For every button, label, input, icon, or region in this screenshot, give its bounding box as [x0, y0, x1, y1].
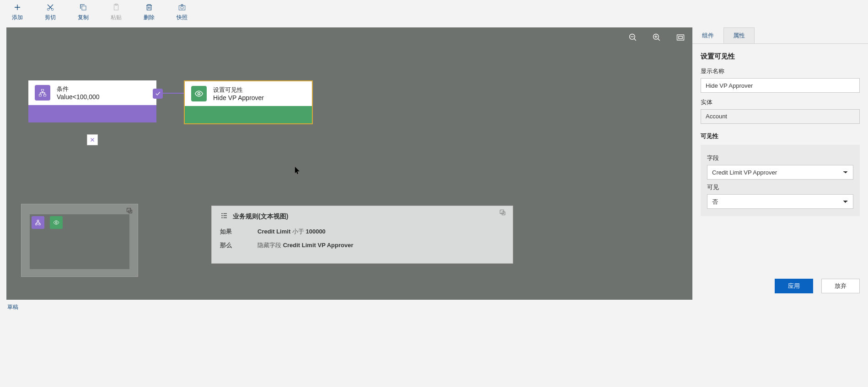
- snapshot-label: 快照: [177, 14, 188, 21]
- if-label: 如果: [220, 228, 257, 236]
- minimap-condition-icon: [32, 216, 44, 229]
- apply-button[interactable]: 应用: [775, 279, 813, 293]
- text-view-title: 业务规则(文本视图): [233, 212, 288, 221]
- entity-label: 实体: [701, 98, 860, 106]
- status-draft: 草稿: [7, 304, 18, 310]
- svg-rect-9: [677, 35, 684, 40]
- visible-label: 可见: [707, 183, 853, 191]
- visibility-icon: [191, 86, 207, 101]
- visibility-section-label: 可见性: [701, 132, 860, 140]
- camera-icon: [177, 3, 187, 12]
- minimap-viewport[interactable]: [30, 214, 129, 269]
- list-icon: [220, 212, 228, 221]
- svg-point-19: [55, 222, 57, 223]
- then-label: 那么: [220, 241, 257, 249]
- design-canvas[interactable]: 条件 Value<100,000 设置可见性 Hide VP Approver: [6, 27, 692, 300]
- zoom-out-button[interactable]: [627, 32, 638, 43]
- panel-actions: 应用 放弃: [692, 279, 868, 300]
- discard-button[interactable]: 放弃: [821, 279, 860, 293]
- snapshot-button[interactable]: 快照: [173, 3, 191, 25]
- svg-rect-2: [82, 6, 86, 10]
- copy-button[interactable]: 复制: [74, 3, 92, 25]
- delete-label: 删除: [144, 14, 155, 21]
- condition-node[interactable]: 条件 Value<100,000: [28, 80, 156, 122]
- text-view-popout-button[interactable]: [499, 209, 507, 217]
- tab-components[interactable]: 组件: [692, 27, 723, 43]
- condition-dropzone[interactable]: [28, 105, 156, 122]
- cursor-icon: [295, 166, 301, 176]
- zoom-in-button[interactable]: [651, 32, 662, 43]
- delete-button[interactable]: 删除: [140, 3, 158, 25]
- section-title: 设置可见性: [701, 52, 860, 61]
- entity-field: Account: [701, 109, 860, 124]
- add-label: 添加: [12, 14, 23, 21]
- svg-point-14: [198, 93, 200, 95]
- add-button[interactable]: 添加: [8, 3, 27, 25]
- connector-line: [162, 93, 184, 94]
- svg-rect-10: [679, 37, 682, 39]
- field-select[interactable]: Credit Limit VP Approver: [707, 165, 853, 180]
- visibility-group: 字段 Credit Limit VP Approver 可见 否: [701, 145, 860, 216]
- visible-select[interactable]: 否: [707, 194, 853, 209]
- cut-label: 剪切: [45, 14, 56, 21]
- svg-rect-13: [44, 94, 46, 96]
- svg-rect-11: [42, 90, 44, 91]
- properties-form: 设置可见性 显示名称 实体 Account 可见性 字段 Credit Limi…: [692, 44, 868, 216]
- branch-icon: [35, 85, 50, 101]
- minimap-connector: [44, 222, 50, 223]
- canvas-controls: [627, 32, 686, 43]
- display-name-label: 显示名称: [701, 67, 860, 75]
- paste-label: 粘贴: [111, 14, 122, 21]
- panel-tabs: 组件 属性: [692, 27, 868, 44]
- condition-expression: Value<100,000: [57, 93, 100, 101]
- action-subtitle: Hide VP Approver: [213, 94, 264, 101]
- svg-point-6: [181, 6, 183, 9]
- copy-icon: [79, 3, 88, 12]
- minimap-action-icon: [50, 216, 63, 229]
- action-dropzone[interactable]: [185, 106, 312, 123]
- field-label: 字段: [707, 154, 853, 162]
- then-value: 隐藏字段 Credit Limit VP Approver: [257, 241, 354, 249]
- paste-icon: [112, 3, 121, 12]
- copy-label: 复制: [78, 14, 89, 21]
- paste-button[interactable]: 粘贴: [107, 3, 125, 25]
- plus-icon: [13, 3, 22, 12]
- display-name-input[interactable]: [701, 78, 860, 93]
- trash-icon: [145, 3, 154, 12]
- condition-true-port[interactable]: [153, 89, 163, 99]
- svg-rect-18: [39, 223, 41, 225]
- scissors-icon: [46, 3, 55, 12]
- svg-rect-17: [36, 223, 38, 225]
- properties-panel: 组件 属性 设置可见性 显示名称 实体 Account 可见性 字段 Credi…: [692, 27, 868, 300]
- condition-false-port[interactable]: [87, 134, 98, 145]
- tab-properties[interactable]: 属性: [723, 27, 755, 43]
- fit-screen-button[interactable]: [675, 32, 686, 43]
- if-value: Credit Limit 小于 100000: [257, 228, 326, 236]
- action-title: 设置可见性: [213, 86, 264, 94]
- condition-title: 条件: [57, 85, 100, 93]
- svg-rect-16: [37, 220, 39, 222]
- toolbar: 添加 剪切 复制 粘贴 删除 快照: [0, 0, 868, 27]
- main: 条件 Value<100,000 设置可见性 Hide VP Approver: [0, 27, 868, 300]
- text-view-panel: 业务规则(文本视图) 如果 Credit Limit 小于 100000 那么 …: [211, 206, 513, 264]
- status-bar: 草稿: [0, 300, 868, 314]
- cut-button[interactable]: 剪切: [41, 3, 59, 25]
- minimap[interactable]: [21, 204, 138, 277]
- action-node[interactable]: 设置可见性 Hide VP Approver: [184, 80, 313, 124]
- svg-rect-12: [39, 94, 42, 96]
